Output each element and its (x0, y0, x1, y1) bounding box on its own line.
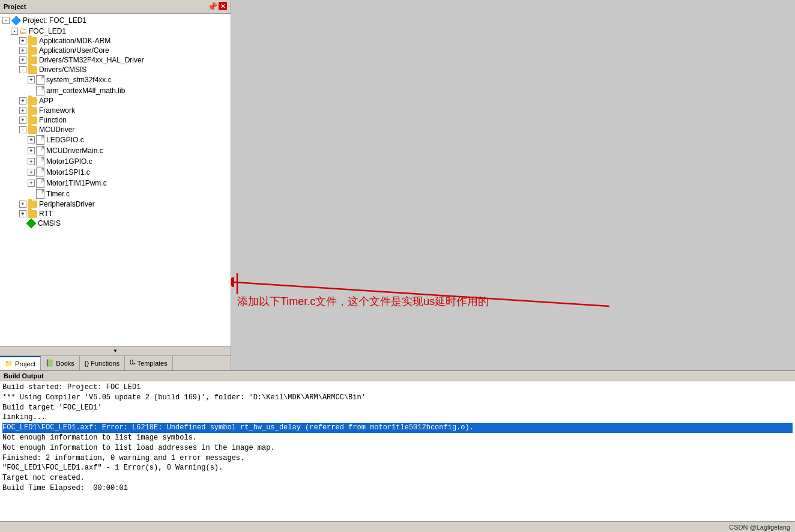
expand-icon[interactable]: + (19, 107, 26, 114)
tree-item[interactable]: + Motor1TIM1Pwm.c (0, 178, 231, 189)
main-content: 添加以下Timer.c文件，这个文件是实现us延时作用的 (231, 0, 795, 370)
expand-icon[interactable]: + (19, 47, 26, 54)
file-icon (36, 157, 44, 166)
expand-icon[interactable]: + (19, 97, 26, 104)
tree-item-cmsis[interactable]: CMSIS (0, 219, 231, 228)
file-icon (36, 135, 44, 145)
tree-item[interactable]: + Drivers/STM32F4xx_HAL_Driver (0, 55, 231, 65)
tree-item[interactable]: + Motor1SPI1.c (0, 167, 231, 178)
file-icon (36, 86, 44, 95)
tab-label: Project (15, 360, 35, 367)
folder-icon (28, 116, 37, 124)
expand-icon[interactable]: + (19, 116, 26, 124)
tab-project[interactable]: 📁 Project (0, 356, 41, 370)
tree-label: Project: FOC_LED1 (23, 16, 86, 25)
build-line: linking... (2, 413, 793, 423)
tree-item[interactable]: + Motor1GPIO.c (0, 156, 231, 167)
tree-label: Framework (39, 106, 75, 115)
tree-item[interactable]: - 🗂 FOC_LED1 (0, 26, 231, 36)
panel-title: Project (4, 3, 26, 10)
folder-icon (28, 201, 37, 208)
build-line: Not enough information to list load addr… (2, 443, 793, 453)
tree-label: Application/User/Core (39, 46, 109, 55)
expand-icon[interactable]: + (28, 180, 35, 187)
build-output-panel: Build Output Build started: Project: FOC… (0, 370, 795, 532)
panel-header: Project 📌 ✕ (0, 0, 231, 14)
templates-tab-icon: 0* (130, 358, 136, 367)
tree-item[interactable]: + MCUDriverMain.c (0, 145, 231, 156)
pin-icon[interactable]: 📌 (207, 2, 217, 11)
tree-item[interactable]: + PeripheralsDriver (0, 199, 231, 209)
tree-label: Drivers/STM32F4xx_HAL_Driver (39, 56, 144, 64)
tab-label: Books (56, 360, 74, 367)
build-line: Build started: Project: FOC_LED1 (2, 382, 793, 393)
tree-item-timer[interactable]: Timer.c (0, 189, 231, 199)
tree-label: Motor1SPI1.c (46, 168, 90, 177)
tab-books[interactable]: 📗 Books (41, 356, 80, 370)
tab-label: Functions (91, 360, 119, 367)
file-icon (36, 146, 44, 156)
build-line: Build target 'FOC_LED1' (2, 403, 793, 413)
expand-icon[interactable]: - (19, 66, 26, 73)
tree-item[interactable]: + Framework (0, 106, 231, 115)
project-tab-icon: 📁 (5, 360, 13, 367)
tab-label: Templates (138, 360, 168, 367)
tree-item[interactable]: + Application/MDK-ARM (0, 36, 231, 46)
expand-icon[interactable]: + (19, 210, 26, 217)
project-tree[interactable]: - 🔷 Project: FOC_LED1 - 🗂 FOC_LED1 + App… (0, 14, 231, 346)
tree-label: arm_cortexM4lf_math.lib (46, 86, 125, 95)
expand-icon[interactable]: - (19, 126, 26, 133)
tree-label: LEDGPIO.c (46, 136, 84, 144)
file-icon (36, 75, 44, 85)
tree-item[interactable]: + APP (0, 96, 231, 106)
tree-item[interactable]: + LEDGPIO.c (0, 135, 231, 145)
expand-icon[interactable]: - (11, 28, 18, 35)
credit-text: CSDN @Lagligelang (729, 524, 790, 531)
expand-icon[interactable]: + (28, 147, 35, 154)
tree-label: Drivers/CMSIS (39, 65, 86, 74)
folder-icon (28, 37, 37, 45)
tree-label: APP (39, 97, 53, 105)
build-line: Build Time Elapsed: 00:00:01 (2, 483, 793, 494)
tree-item[interactable]: + RTT (0, 209, 231, 219)
tree-item[interactable]: + Function (0, 115, 231, 125)
tree-item[interactable]: - Drivers/CMSIS (0, 65, 231, 74)
folder-icon (28, 66, 37, 74)
folder-icon (28, 107, 37, 115)
tree-item[interactable]: + Application/User/Core (0, 46, 231, 55)
tree-label: Timer.c (46, 190, 70, 198)
expand-icon[interactable]: + (28, 158, 35, 165)
build-line: Not enough information to list image sym… (2, 433, 793, 443)
scroll-down-button[interactable]: ▼ (0, 346, 231, 355)
build-output-header: Build Output (0, 371, 795, 381)
tree-item[interactable]: + system_stm32f4xx.c (0, 74, 231, 85)
build-line-error: FOC_LED1\FOC_LED1.axf: Error: L6218E: Un… (2, 423, 793, 433)
panel-header-icons: 📌 ✕ (207, 2, 227, 11)
folder-icon (28, 126, 37, 134)
expand-icon[interactable]: + (19, 37, 26, 44)
functions-tab-icon: {} (85, 360, 89, 367)
tree-item[interactable]: arm_cortexM4lf_math.lib (0, 85, 231, 96)
tree-label: FOC_LED1 (29, 27, 66, 35)
tab-functions[interactable]: {} Functions (80, 356, 125, 370)
tree-label: MCUDriver (39, 125, 74, 134)
expand-icon[interactable]: + (28, 169, 35, 176)
tree-item[interactable]: - 🔷 Project: FOC_LED1 (0, 15, 231, 26)
panel-tabs: 📁 Project 📗 Books {} Functions 0* Templa… (0, 355, 231, 370)
tree-label: RTT (39, 210, 53, 218)
tree-label: Motor1TIM1Pwm.c (46, 179, 107, 187)
build-line: *** Using Compiler 'V5.05 update 2 (buil… (2, 393, 793, 403)
expand-icon[interactable]: + (19, 56, 26, 64)
tab-templates[interactable]: 0* Templates (125, 356, 173, 370)
file-icon (36, 178, 44, 188)
expand-icon[interactable]: - (2, 17, 10, 24)
build-footer: CSDN @Lagligelang (0, 521, 795, 532)
annotation-arrow (231, 0, 795, 370)
expand-icon[interactable]: + (19, 201, 26, 208)
expand-icon[interactable]: + (28, 136, 35, 144)
close-button[interactable]: ✕ (219, 2, 227, 10)
expand-icon[interactable]: + (28, 76, 35, 83)
build-output-content[interactable]: Build started: Project: FOC_LED1 *** Usi… (0, 381, 795, 521)
folder-icon (28, 97, 37, 105)
tree-item[interactable]: - MCUDriver (0, 125, 231, 135)
